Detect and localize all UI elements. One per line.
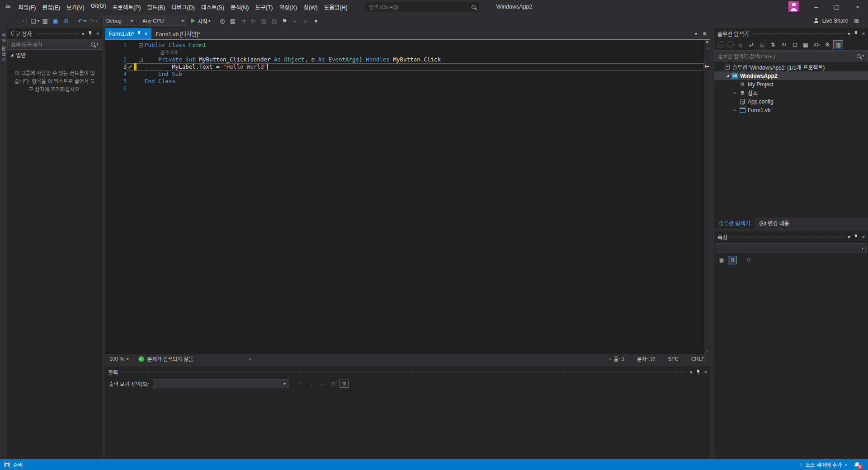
menu-item-5[interactable]: 빌드(B) <box>144 1 168 13</box>
menu-item-12[interactable]: 도움말(H) <box>321 1 351 13</box>
menu-item-9[interactable]: 도구(T) <box>252 1 276 13</box>
switch-views-icon[interactable]: ⇄ <box>746 40 756 49</box>
breakpoint-margin[interactable] <box>105 85 115 92</box>
solution-platforms-dropdown[interactable]: Any CPU ▾ <box>139 16 187 26</box>
clear-all-icon[interactable]: ≡ <box>318 380 327 388</box>
minimize-button[interactable]: ─ <box>806 0 826 14</box>
preview-selected-items-icon[interactable]: ▥ <box>833 40 843 49</box>
code-line-2[interactable]: 2−┊ Private Sub MyButton_Click(sender As… <box>105 56 703 63</box>
properties-icon[interactable]: ⚙ <box>822 40 832 49</box>
code-line-3[interactable]: 3┊ ┊ MyLabel.Text = "Hello World" <box>105 63 703 70</box>
tree-item-0[interactable]: 솔루션 'WindowsApp2' (1/1개 프로젝트) <box>714 63 868 71</box>
output-content[interactable] <box>105 390 710 459</box>
vertical-scrollbar[interactable]: ≡ ▴ ▾ <box>704 40 710 354</box>
code-text[interactable]: ┊ End Sub <box>145 70 703 78</box>
source-control-caret-icon[interactable]: ▴ <box>845 462 847 466</box>
pin-icon[interactable] <box>854 31 858 36</box>
prev-bookmark-icon[interactable]: « <box>290 16 300 26</box>
add-to-source-control-button[interactable]: 소스 제어에 추가 <box>806 461 842 468</box>
menu-item-8[interactable]: 분석(N) <box>227 1 252 13</box>
code-map-icon[interactable]: ▦ <box>227 16 238 26</box>
se-forward-icon[interactable]: → <box>727 41 734 48</box>
solution-explorer-search-input[interactable]: 솔루션 탐색기 검색(Ctrl+;) ▾ <box>714 51 868 61</box>
background-tasks-icon[interactable] <box>4 462 9 467</box>
alphabetical-icon[interactable]: ⇅ <box>728 256 737 264</box>
pin-icon[interactable] <box>137 31 141 36</box>
toggle-wordwrap-icon[interactable]: ⊟ <box>329 380 338 388</box>
properties-object-dropdown[interactable]: ▾ <box>716 243 867 253</box>
menu-item-3[interactable]: Git(G) <box>88 1 109 13</box>
maximize-button[interactable]: ▢ <box>826 0 847 14</box>
search-options-caret-icon[interactable]: ▾ <box>96 42 98 46</box>
properties-grid[interactable] <box>714 266 868 459</box>
code-text[interactable]: ┊ Private Sub MyButton_Click(sender As O… <box>145 56 703 63</box>
breakpoint-margin[interactable] <box>105 78 115 85</box>
menu-item-1[interactable]: 편집(E) <box>39 1 63 13</box>
close-window-button[interactable]: × <box>847 0 868 14</box>
codelens-references[interactable]: 참조 0개 <box>160 50 178 55</box>
tree-expand-icon[interactable]: ▹ <box>732 91 738 95</box>
search-options-caret-icon[interactable]: ▾ <box>862 54 864 58</box>
insert-mode-indicator[interactable]: SPC <box>668 356 679 362</box>
toggle-bookmark-icon[interactable]: ⚑ <box>279 16 290 26</box>
find-all-references-icon[interactable]: ◎ <box>217 16 227 26</box>
panel-tab-0[interactable]: 솔루션 탐색기 <box>714 217 755 229</box>
line-indicator[interactable]: 줄: 3 <box>614 355 624 362</box>
code-text[interactable]: Public Class Form1 <box>145 42 703 49</box>
new-project-caret-icon[interactable]: ▾ <box>38 19 39 23</box>
navigate-backward-icon[interactable]: ← <box>3 16 13 26</box>
show-all-files-icon[interactable]: ▦ <box>801 40 811 49</box>
tab-options-gear-icon[interactable]: ⚙ <box>703 31 707 36</box>
code-editor[interactable]: 1−Public Class Form1┊ 참조 0개2−┊ Private S… <box>105 39 710 354</box>
server-explorer-vertical-tab[interactable]: 서버 탐색기 <box>0 33 7 63</box>
tree-item-2[interactable]: ⚙My Project <box>714 80 868 89</box>
code-line-5[interactable]: 5End Class <box>105 78 703 85</box>
code-text[interactable] <box>145 85 703 92</box>
breakpoint-margin[interactable] <box>105 70 115 78</box>
breakpoint-margin[interactable] <box>105 56 115 63</box>
document-tab-0[interactable]: Form1.vb*× <box>105 28 151 39</box>
collapse-region-icon[interactable]: − <box>139 43 143 47</box>
user-avatar[interactable] <box>788 1 799 12</box>
pin-icon[interactable] <box>696 370 700 375</box>
prev-message-icon[interactable]: ↑ <box>296 380 305 388</box>
close-icon[interactable]: × <box>96 31 99 36</box>
view-code-icon[interactable]: <> <box>811 40 821 49</box>
menu-item-6[interactable]: 디버그(D) <box>168 1 198 13</box>
save-all-icon[interactable]: ⊞ <box>61 16 71 26</box>
unindent-icon[interactable]: ⇇ <box>248 16 259 26</box>
next-message-icon[interactable]: ↓ <box>307 380 316 388</box>
outlining-margin[interactable] <box>137 70 145 78</box>
document-health-indicator[interactable]: ✓ 문제가 검색되지 않음 <box>138 355 193 362</box>
pin-output-icon[interactable]: ⊞ <box>340 380 349 388</box>
save-icon[interactable]: ▣ <box>50 16 61 26</box>
menu-item-11[interactable]: 창(W) <box>300 1 321 13</box>
close-icon[interactable]: × <box>862 235 865 240</box>
toolbox-search-input[interactable]: 검색 도구 상자 ▾ <box>7 39 102 50</box>
se-back-icon[interactable]: ← <box>717 41 724 48</box>
solution-configurations-dropdown[interactable]: Debug ▾ <box>103 16 137 26</box>
hscroll-left-icon[interactable]: ◂ <box>246 357 253 361</box>
panel-tab-1[interactable]: Git 변경 내용 <box>755 217 794 229</box>
comment-selection-icon[interactable]: ▧ <box>259 16 269 26</box>
panel-position-caret-icon[interactable]: ▾ <box>848 31 850 36</box>
code-line-1[interactable]: 1−Public Class Form1 <box>105 42 703 49</box>
zoom-control[interactable]: 100 % ▾ <box>105 356 134 362</box>
outlining-margin[interactable] <box>137 85 145 92</box>
outlining-margin[interactable] <box>137 78 145 85</box>
outlining-margin[interactable]: − <box>137 56 145 63</box>
tree-item-4[interactable]: App.config <box>714 97 868 106</box>
sync-with-active-document-icon[interactable]: ⇅ <box>768 40 778 49</box>
start-caret-icon[interactable]: ▾ <box>208 19 210 23</box>
scroll-up-icon[interactable]: ▴ <box>704 46 710 50</box>
quick-search-input[interactable]: 검색 (Ctrl+Q) <box>365 2 479 12</box>
outlining-margin[interactable]: − <box>137 42 145 49</box>
notifications-bell-icon[interactable]: 2 <box>854 462 860 467</box>
menu-item-0[interactable]: 파일(F) <box>15 1 39 13</box>
breakpoint-margin[interactable] <box>105 63 115 70</box>
close-icon[interactable]: × <box>144 31 147 37</box>
feedback-icon[interactable]: ✉ <box>851 16 862 26</box>
code-text[interactable]: End Class <box>145 78 703 85</box>
live-share-button[interactable]: Live Share <box>822 18 848 24</box>
categorized-icon[interactable]: ▦ <box>717 256 726 264</box>
